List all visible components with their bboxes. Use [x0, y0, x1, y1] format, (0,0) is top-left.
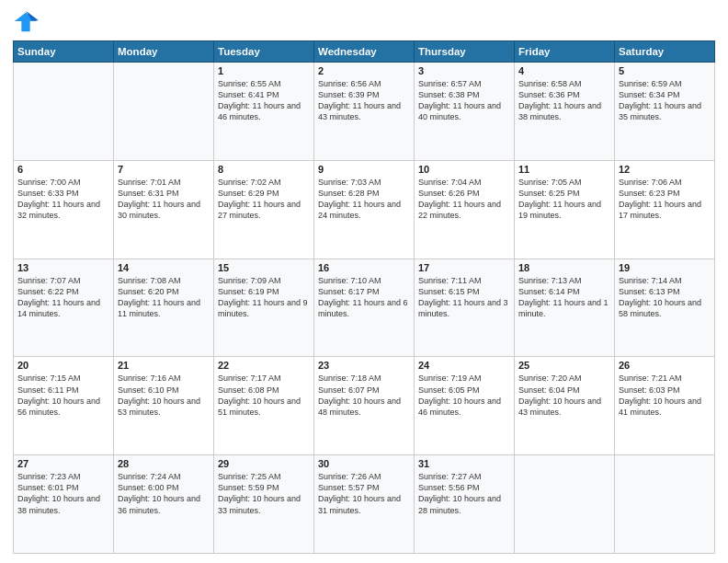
cell-day-number: 10 [418, 164, 510, 175]
cell-info-text: Sunrise: 7:00 AM Sunset: 6:33 PM Dayligh… [17, 177, 109, 222]
cell-day-number: 2 [318, 65, 410, 76]
calendar-cell: 19Sunrise: 7:14 AM Sunset: 6:13 PM Dayli… [615, 259, 715, 357]
calendar-cell: 8Sunrise: 7:02 AM Sunset: 6:29 PM Daylig… [214, 160, 314, 259]
weekday-header-saturday: Saturday [615, 41, 715, 63]
cell-day-number: 23 [318, 360, 410, 371]
cell-info-text: Sunrise: 7:18 AM Sunset: 6:07 PM Dayligh… [318, 373, 410, 418]
cell-info-text: Sunrise: 7:19 AM Sunset: 6:05 PM Dayligh… [418, 373, 510, 418]
calendar-cell: 13Sunrise: 7:07 AM Sunset: 6:22 PM Dayli… [14, 259, 114, 357]
cell-info-text: Sunrise: 7:06 AM Sunset: 6:23 PM Dayligh… [619, 177, 711, 222]
weekday-header-row: SundayMondayTuesdayWednesdayThursdayFrid… [14, 41, 715, 63]
cell-info-text: Sunrise: 6:55 AM Sunset: 6:41 PM Dayligh… [218, 78, 310, 123]
cell-info-text: Sunrise: 7:05 AM Sunset: 6:25 PM Dayligh… [518, 177, 610, 222]
cell-info-text: Sunrise: 7:11 AM Sunset: 6:15 PM Dayligh… [418, 275, 510, 320]
weekday-header-friday: Friday [515, 41, 615, 63]
cell-day-number: 5 [619, 65, 711, 76]
week-row-2: 6Sunrise: 7:00 AM Sunset: 6:33 PM Daylig… [14, 160, 715, 259]
calendar-cell: 21Sunrise: 7:16 AM Sunset: 6:10 PM Dayli… [114, 357, 214, 455]
cell-day-number: 20 [17, 360, 109, 371]
cell-info-text: Sunrise: 6:57 AM Sunset: 6:38 PM Dayligh… [418, 78, 510, 123]
calendar-cell: 30Sunrise: 7:26 AM Sunset: 5:57 PM Dayli… [314, 455, 415, 554]
cell-info-text: Sunrise: 7:14 AM Sunset: 6:13 PM Dayligh… [619, 275, 711, 320]
calendar-cell: 20Sunrise: 7:15 AM Sunset: 6:11 PM Dayli… [14, 357, 114, 455]
calendar-cell: 24Sunrise: 7:19 AM Sunset: 6:05 PM Dayli… [415, 357, 515, 455]
calendar-cell: 12Sunrise: 7:06 AM Sunset: 6:23 PM Dayli… [615, 160, 715, 259]
calendar-cell: 18Sunrise: 7:13 AM Sunset: 6:14 PM Dayli… [515, 259, 615, 357]
calendar-table: SundayMondayTuesdayWednesdayThursdayFrid… [13, 40, 715, 554]
cell-info-text: Sunrise: 7:10 AM Sunset: 6:17 PM Dayligh… [318, 275, 410, 320]
calendar-cell: 4Sunrise: 6:58 AM Sunset: 6:36 PM Daylig… [515, 63, 615, 161]
cell-day-number: 6 [17, 164, 109, 175]
cell-info-text: Sunrise: 7:24 AM Sunset: 6:00 PM Dayligh… [118, 471, 210, 516]
cell-day-number: 29 [218, 458, 310, 469]
calendar-cell: 6Sunrise: 7:00 AM Sunset: 6:33 PM Daylig… [14, 160, 114, 259]
calendar-cell: 7Sunrise: 7:01 AM Sunset: 6:31 PM Daylig… [114, 160, 214, 259]
cell-day-number: 24 [418, 360, 510, 371]
cell-info-text: Sunrise: 7:09 AM Sunset: 6:19 PM Dayligh… [218, 275, 310, 320]
calendar-cell: 3Sunrise: 6:57 AM Sunset: 6:38 PM Daylig… [415, 63, 515, 161]
calendar-cell [114, 63, 214, 161]
cell-info-text: Sunrise: 7:25 AM Sunset: 5:59 PM Dayligh… [218, 471, 310, 516]
calendar-cell: 11Sunrise: 7:05 AM Sunset: 6:25 PM Dayli… [515, 160, 615, 259]
week-row-1: 1Sunrise: 6:55 AM Sunset: 6:41 PM Daylig… [14, 63, 715, 161]
cell-day-number: 13 [17, 262, 109, 273]
week-row-5: 27Sunrise: 7:23 AM Sunset: 6:01 PM Dayli… [14, 455, 715, 554]
cell-day-number: 15 [218, 262, 310, 273]
week-row-3: 13Sunrise: 7:07 AM Sunset: 6:22 PM Dayli… [14, 259, 715, 357]
cell-day-number: 17 [418, 262, 510, 273]
cell-day-number: 7 [118, 164, 210, 175]
logo-icon [13, 9, 39, 35]
cell-day-number: 31 [418, 458, 510, 469]
weekday-header-sunday: Sunday [14, 41, 114, 63]
cell-info-text: Sunrise: 7:27 AM Sunset: 5:56 PM Dayligh… [418, 471, 510, 516]
cell-day-number: 27 [17, 458, 109, 469]
calendar-cell: 17Sunrise: 7:11 AM Sunset: 6:15 PM Dayli… [415, 259, 515, 357]
weekday-header-wednesday: Wednesday [314, 41, 415, 63]
weekday-header-tuesday: Tuesday [214, 41, 314, 63]
cell-info-text: Sunrise: 6:59 AM Sunset: 6:34 PM Dayligh… [619, 78, 711, 123]
cell-day-number: 22 [218, 360, 310, 371]
calendar-cell [615, 455, 715, 554]
cell-day-number: 30 [318, 458, 410, 469]
calendar-cell: 23Sunrise: 7:18 AM Sunset: 6:07 PM Dayli… [314, 357, 415, 455]
cell-day-number: 9 [318, 164, 410, 175]
cell-info-text: Sunrise: 7:15 AM Sunset: 6:11 PM Dayligh… [17, 373, 109, 418]
cell-info-text: Sunrise: 7:17 AM Sunset: 6:08 PM Dayligh… [218, 373, 310, 418]
cell-info-text: Sunrise: 6:56 AM Sunset: 6:39 PM Dayligh… [318, 78, 410, 123]
cell-day-number: 8 [218, 164, 310, 175]
svg-marker-0 [15, 13, 37, 32]
cell-info-text: Sunrise: 7:20 AM Sunset: 6:04 PM Dayligh… [518, 373, 610, 418]
cell-day-number: 18 [518, 262, 610, 273]
week-row-4: 20Sunrise: 7:15 AM Sunset: 6:11 PM Dayli… [14, 357, 715, 455]
calendar-cell: 1Sunrise: 6:55 AM Sunset: 6:41 PM Daylig… [214, 63, 314, 161]
calendar-cell: 26Sunrise: 7:21 AM Sunset: 6:03 PM Dayli… [615, 357, 715, 455]
calendar-cell [14, 63, 114, 161]
cell-day-number: 4 [518, 65, 610, 76]
calendar-cell: 22Sunrise: 7:17 AM Sunset: 6:08 PM Dayli… [214, 357, 314, 455]
calendar-cell: 28Sunrise: 7:24 AM Sunset: 6:00 PM Dayli… [114, 455, 214, 554]
page: SundayMondayTuesdayWednesdayThursdayFrid… [0, 0, 728, 563]
cell-info-text: Sunrise: 7:01 AM Sunset: 6:31 PM Dayligh… [118, 177, 210, 222]
header [13, 9, 715, 35]
calendar-cell: 15Sunrise: 7:09 AM Sunset: 6:19 PM Dayli… [214, 259, 314, 357]
cell-info-text: Sunrise: 7:08 AM Sunset: 6:20 PM Dayligh… [118, 275, 210, 320]
weekday-header-monday: Monday [114, 41, 214, 63]
cell-day-number: 26 [619, 360, 711, 371]
cell-info-text: Sunrise: 7:07 AM Sunset: 6:22 PM Dayligh… [17, 275, 109, 320]
calendar-cell: 16Sunrise: 7:10 AM Sunset: 6:17 PM Dayli… [314, 259, 415, 357]
cell-day-number: 1 [218, 65, 310, 76]
cell-info-text: Sunrise: 7:23 AM Sunset: 6:01 PM Dayligh… [17, 471, 109, 516]
calendar-cell: 25Sunrise: 7:20 AM Sunset: 6:04 PM Dayli… [515, 357, 615, 455]
calendar-cell: 31Sunrise: 7:27 AM Sunset: 5:56 PM Dayli… [415, 455, 515, 554]
cell-info-text: Sunrise: 7:26 AM Sunset: 5:57 PM Dayligh… [318, 471, 410, 516]
cell-day-number: 16 [318, 262, 410, 273]
cell-day-number: 25 [518, 360, 610, 371]
cell-day-number: 19 [619, 262, 711, 273]
cell-info-text: Sunrise: 7:03 AM Sunset: 6:28 PM Dayligh… [318, 177, 410, 222]
calendar-cell: 10Sunrise: 7:04 AM Sunset: 6:26 PM Dayli… [415, 160, 515, 259]
calendar-cell: 27Sunrise: 7:23 AM Sunset: 6:01 PM Dayli… [14, 455, 114, 554]
cell-day-number: 28 [118, 458, 210, 469]
cell-info-text: Sunrise: 7:21 AM Sunset: 6:03 PM Dayligh… [619, 373, 711, 418]
cell-info-text: Sunrise: 7:16 AM Sunset: 6:10 PM Dayligh… [118, 373, 210, 418]
calendar-cell [515, 455, 615, 554]
